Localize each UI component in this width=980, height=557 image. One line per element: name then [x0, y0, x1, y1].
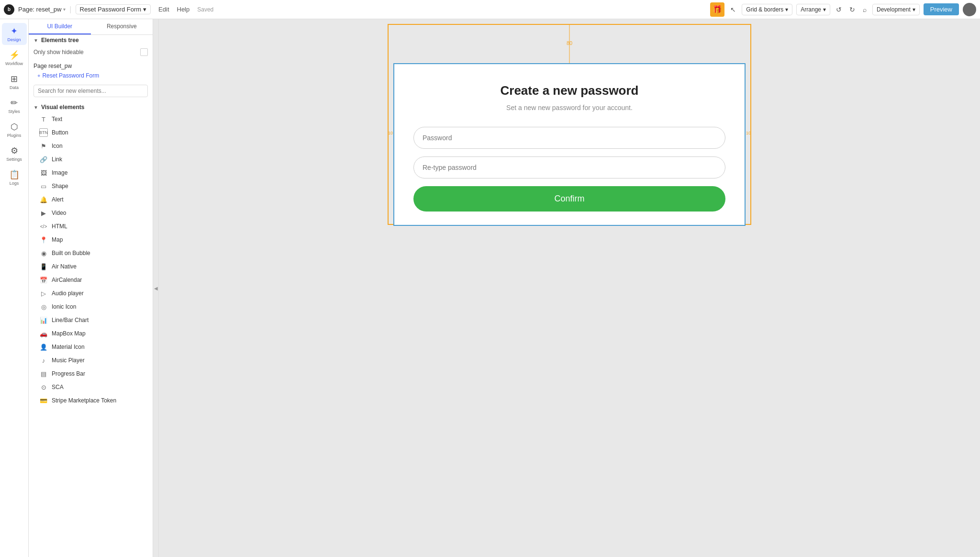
element-item-html[interactable]: </> HTML: [29, 220, 153, 233]
topbar-actions: Edit Help Saved: [158, 6, 213, 13]
air-calendar-icon: 📅: [39, 276, 48, 284]
gift-button[interactable]: 🎁: [710, 2, 724, 17]
form-frame: Create a new password Set a new new pass…: [393, 63, 746, 226]
element-item-shape[interactable]: ▭ Shape: [29, 179, 153, 193]
undo-button[interactable]: ↺: [834, 4, 844, 15]
panel-tabs: UI Builder Responsive: [29, 19, 153, 35]
sidebar-item-workflow[interactable]: ⚡ Workflow: [2, 47, 27, 69]
mapbox-map-icon: 🚗: [39, 329, 48, 338]
password-input[interactable]: [413, 127, 725, 149]
element-item-icon[interactable]: ⚑ Icon: [29, 139, 153, 153]
element-item-alert[interactable]: 🔔 Alert: [29, 193, 153, 206]
element-item-stripe-marketplace-token[interactable]: 💳 Stripe Marketplace Token: [29, 394, 153, 407]
data-icon: ⊞: [11, 74, 18, 84]
edit-button[interactable]: Edit: [158, 6, 169, 13]
element-item-audio-player[interactable]: ▷ Audio player: [29, 287, 153, 300]
visual-elements-arrow-icon: ▼: [33, 105, 38, 110]
logs-icon: 📋: [9, 169, 20, 180]
sidebar-item-logs[interactable]: 📋 Logs: [2, 167, 27, 189]
element-item-video[interactable]: ▶ Video: [29, 206, 153, 220]
avatar[interactable]: [963, 3, 976, 16]
only-show-hideable-row: Only show hideable: [29, 45, 153, 59]
button-element-icon: BTN: [39, 128, 48, 137]
element-item-button[interactable]: BTN Button: [29, 126, 153, 139]
element-item-text[interactable]: T Text: [29, 112, 153, 126]
tab-ui-builder[interactable]: UI Builder: [29, 19, 91, 34]
element-item-material-icon[interactable]: 👤 Material Icon: [29, 340, 153, 354]
settings-icon: ⚙: [11, 145, 18, 156]
element-item-link[interactable]: 🔗 Link: [29, 153, 153, 166]
tab-responsive[interactable]: Responsive: [91, 19, 153, 34]
cursor-toggle[interactable]: ↖: [728, 4, 738, 15]
alert-element-icon: 🔔: [39, 195, 48, 204]
element-item-music-player[interactable]: ♪ Music Player: [29, 354, 153, 367]
form-name-label[interactable]: Reset Password Form ▾: [76, 4, 151, 14]
grid-borders-button[interactable]: Grid & borders ▾: [742, 4, 792, 15]
element-item-air-native[interactable]: 📱 Air Native: [29, 260, 153, 273]
grid-chevron-icon: ▾: [785, 6, 788, 13]
search-elements-input[interactable]: [33, 85, 148, 97]
canvas-area[interactable]: 80 10 10 Create a new password Set a new…: [159, 19, 980, 557]
element-item-built-on-bubble[interactable]: ◉ Built on Bubble: [29, 246, 153, 260]
element-item-image[interactable]: 🖼 Image: [29, 166, 153, 179]
development-button[interactable]: Development ▾: [872, 4, 920, 15]
retype-password-input[interactable]: [413, 156, 725, 178]
shape-element-icon: ▭: [39, 182, 48, 190]
sidebar-item-data[interactable]: ⊞ Data: [2, 71, 27, 93]
collapse-icon: ◀: [154, 286, 158, 291]
sidebar-item-settings[interactable]: ⚙ Settings: [2, 143, 27, 165]
ionic-icon-element-icon: ◎: [39, 302, 48, 311]
sidebar-item-design[interactable]: ✦ Design: [2, 23, 27, 45]
text-element-icon: T: [39, 115, 48, 123]
measure-label-top: 80: [567, 40, 572, 46]
element-item-map[interactable]: 📍 Map: [29, 233, 153, 246]
plugins-icon: ⬡: [11, 122, 18, 132]
page-chevron-icon: ▾: [63, 7, 66, 12]
page-label[interactable]: Page: reset_pw ▾: [18, 6, 66, 13]
icon-sidebar: ✦ Design ⚡ Workflow ⊞ Data ✏ Styles ⬡ Pl…: [0, 19, 29, 557]
material-icon-element-icon: 👤: [39, 343, 48, 351]
map-element-icon: 📍: [39, 235, 48, 244]
form-chevron-icon: ▾: [143, 6, 146, 13]
help-button[interactable]: Help: [177, 6, 190, 13]
html-element-icon: </>: [39, 222, 48, 231]
tree-plus-icon: +: [37, 73, 40, 78]
left-panel: UI Builder Responsive ▼ Elements tree On…: [29, 19, 153, 557]
canvas-inner: 80 10 10 Create a new password Set a new…: [159, 19, 980, 557]
element-item-sca[interactable]: ⊙ SCA: [29, 380, 153, 394]
tree-section: Page reset_pw + Reset Password Form: [29, 59, 153, 82]
saved-status: Saved: [197, 6, 213, 13]
built-on-bubble-icon: ◉: [39, 249, 48, 257]
confirm-button[interactable]: Confirm: [413, 186, 725, 212]
arrange-button[interactable]: Arrange ▾: [796, 4, 830, 15]
bubble-logo[interactable]: b: [4, 4, 14, 15]
element-item-progress-bar[interactable]: ▤ Progress Bar: [29, 367, 153, 380]
air-native-icon: 📱: [39, 262, 48, 271]
video-element-icon: ▶: [39, 209, 48, 217]
arrange-chevron-icon: ▾: [823, 6, 826, 13]
tree-selected-item[interactable]: + Reset Password Form: [33, 71, 148, 80]
form-title: Create a new password: [413, 83, 725, 98]
only-show-checkbox[interactable]: [140, 48, 148, 56]
line-bar-chart-icon: 📊: [39, 316, 48, 324]
left-panel-scroll[interactable]: ▼ Elements tree Only show hideable Page …: [29, 35, 153, 557]
preview-button[interactable]: Preview: [924, 3, 959, 15]
styles-icon: ✏: [11, 98, 18, 108]
visual-elements-group: ▼ Visual elements T Text BTN Button ⚑ Ic…: [29, 100, 153, 409]
collapse-handle[interactable]: ◀: [153, 19, 159, 557]
outer-frame: 80 10 10 Create a new password Set a new…: [388, 24, 751, 225]
elements-tree-header[interactable]: ▼ Elements tree: [29, 35, 153, 45]
search-button[interactable]: ⌕: [861, 4, 869, 15]
element-item-mapbox-map[interactable]: 🚗 MapBox Map: [29, 327, 153, 340]
redo-button[interactable]: ↻: [847, 4, 857, 15]
sidebar-item-plugins[interactable]: ⬡ Plugins: [2, 119, 27, 141]
sca-icon: ⊙: [39, 383, 48, 391]
tree-page-item[interactable]: Page reset_pw: [33, 61, 148, 71]
image-element-icon: 🖼: [39, 168, 48, 177]
visual-elements-header[interactable]: ▼ Visual elements: [29, 102, 153, 112]
element-item-line-bar-chart[interactable]: 📊 Line/Bar Chart: [29, 313, 153, 327]
element-item-air-calendar[interactable]: 📅 AirCalendar: [29, 273, 153, 287]
sidebar-item-styles[interactable]: ✏ Styles: [2, 95, 27, 117]
side-marker-right: 10: [746, 130, 751, 136]
element-item-ionic-icon[interactable]: ◎ Ionic Icon: [29, 300, 153, 313]
